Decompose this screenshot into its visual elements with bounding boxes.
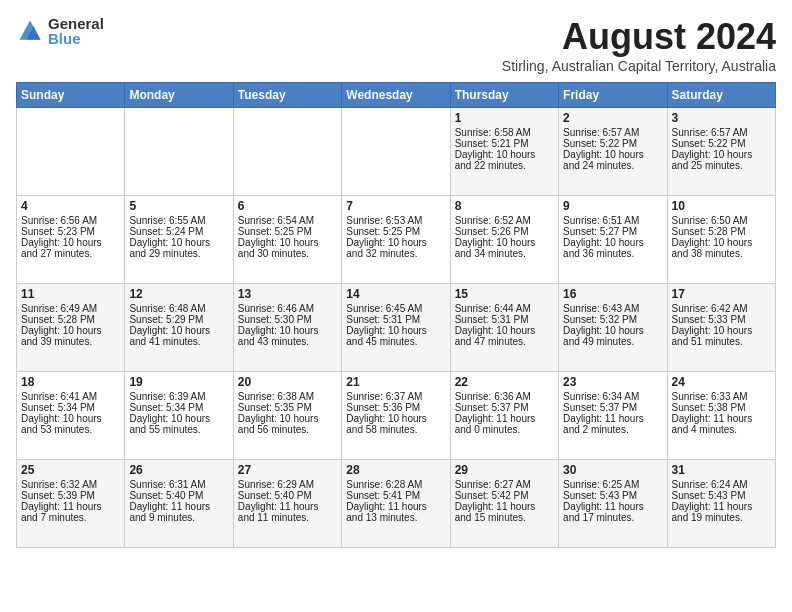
- day-number: 7: [346, 199, 445, 213]
- calendar-week-2: 4Sunrise: 6:56 AMSunset: 5:23 PMDaylight…: [17, 196, 776, 284]
- header-cell-monday: Monday: [125, 83, 233, 108]
- day-info: Sunrise: 6:27 AM: [455, 479, 554, 490]
- day-number: 28: [346, 463, 445, 477]
- day-number: 27: [238, 463, 337, 477]
- day-info: Sunrise: 6:42 AM: [672, 303, 771, 314]
- day-info: Sunrise: 6:51 AM: [563, 215, 662, 226]
- day-number: 14: [346, 287, 445, 301]
- day-info: Sunrise: 6:44 AM: [455, 303, 554, 314]
- day-number: 4: [21, 199, 120, 213]
- day-info: Daylight: 10 hours and 24 minutes.: [563, 149, 662, 171]
- day-info: Sunset: 5:28 PM: [21, 314, 120, 325]
- day-info: Sunrise: 6:41 AM: [21, 391, 120, 402]
- logo: General Blue: [16, 16, 104, 46]
- calendar-body: 1Sunrise: 6:58 AMSunset: 5:21 PMDaylight…: [17, 108, 776, 548]
- day-info: Daylight: 10 hours and 55 minutes.: [129, 413, 228, 435]
- day-info: Daylight: 11 hours and 19 minutes.: [672, 501, 771, 523]
- day-info: Sunset: 5:22 PM: [563, 138, 662, 149]
- day-info: Sunset: 5:30 PM: [238, 314, 337, 325]
- day-info: Daylight: 11 hours and 11 minutes.: [238, 501, 337, 523]
- day-info: Sunset: 5:25 PM: [346, 226, 445, 237]
- calendar-cell: [233, 108, 341, 196]
- day-number: 22: [455, 375, 554, 389]
- day-info: Sunrise: 6:57 AM: [672, 127, 771, 138]
- day-info: Sunset: 5:36 PM: [346, 402, 445, 413]
- calendar-cell: 11Sunrise: 6:49 AMSunset: 5:28 PMDayligh…: [17, 284, 125, 372]
- calendar-cell: 10Sunrise: 6:50 AMSunset: 5:28 PMDayligh…: [667, 196, 775, 284]
- day-number: 13: [238, 287, 337, 301]
- day-info: Sunrise: 6:46 AM: [238, 303, 337, 314]
- day-info: Sunrise: 6:49 AM: [21, 303, 120, 314]
- calendar-cell: 14Sunrise: 6:45 AMSunset: 5:31 PMDayligh…: [342, 284, 450, 372]
- calendar-cell: 12Sunrise: 6:48 AMSunset: 5:29 PMDayligh…: [125, 284, 233, 372]
- day-info: Sunset: 5:29 PM: [129, 314, 228, 325]
- day-info: Sunrise: 6:38 AM: [238, 391, 337, 402]
- day-info: Daylight: 10 hours and 58 minutes.: [346, 413, 445, 435]
- day-info: Sunrise: 6:56 AM: [21, 215, 120, 226]
- calendar-cell: 6Sunrise: 6:54 AMSunset: 5:25 PMDaylight…: [233, 196, 341, 284]
- calendar-week-1: 1Sunrise: 6:58 AMSunset: 5:21 PMDaylight…: [17, 108, 776, 196]
- calendar-cell: 13Sunrise: 6:46 AMSunset: 5:30 PMDayligh…: [233, 284, 341, 372]
- day-info: Daylight: 10 hours and 51 minutes.: [672, 325, 771, 347]
- day-info: Daylight: 10 hours and 22 minutes.: [455, 149, 554, 171]
- day-number: 16: [563, 287, 662, 301]
- calendar-header: SundayMondayTuesdayWednesdayThursdayFrid…: [17, 83, 776, 108]
- day-info: Sunset: 5:26 PM: [455, 226, 554, 237]
- calendar-cell: [17, 108, 125, 196]
- calendar-cell: 21Sunrise: 6:37 AMSunset: 5:36 PMDayligh…: [342, 372, 450, 460]
- day-info: Sunset: 5:23 PM: [21, 226, 120, 237]
- day-info: Sunrise: 6:24 AM: [672, 479, 771, 490]
- day-info: Sunrise: 6:57 AM: [563, 127, 662, 138]
- calendar-week-5: 25Sunrise: 6:32 AMSunset: 5:39 PMDayligh…: [17, 460, 776, 548]
- day-info: Sunset: 5:37 PM: [563, 402, 662, 413]
- day-number: 30: [563, 463, 662, 477]
- calendar-week-3: 11Sunrise: 6:49 AMSunset: 5:28 PMDayligh…: [17, 284, 776, 372]
- calendar-cell: 7Sunrise: 6:53 AMSunset: 5:25 PMDaylight…: [342, 196, 450, 284]
- day-info: Daylight: 11 hours and 0 minutes.: [455, 413, 554, 435]
- calendar-week-4: 18Sunrise: 6:41 AMSunset: 5:34 PMDayligh…: [17, 372, 776, 460]
- header-cell-sunday: Sunday: [17, 83, 125, 108]
- calendar-cell: [125, 108, 233, 196]
- day-number: 21: [346, 375, 445, 389]
- day-info: Daylight: 10 hours and 45 minutes.: [346, 325, 445, 347]
- day-number: 26: [129, 463, 228, 477]
- day-info: Sunrise: 6:39 AM: [129, 391, 228, 402]
- day-info: Sunset: 5:27 PM: [563, 226, 662, 237]
- day-info: Sunrise: 6:48 AM: [129, 303, 228, 314]
- day-number: 24: [672, 375, 771, 389]
- day-info: Sunset: 5:32 PM: [563, 314, 662, 325]
- day-info: Sunset: 5:43 PM: [563, 490, 662, 501]
- day-info: Daylight: 10 hours and 30 minutes.: [238, 237, 337, 259]
- day-info: Sunset: 5:31 PM: [455, 314, 554, 325]
- location-subtitle: Stirling, Australian Capital Territory, …: [502, 58, 776, 74]
- day-info: Sunset: 5:39 PM: [21, 490, 120, 501]
- day-info: Sunrise: 6:32 AM: [21, 479, 120, 490]
- calendar-cell: 31Sunrise: 6:24 AMSunset: 5:43 PMDayligh…: [667, 460, 775, 548]
- day-info: Daylight: 10 hours and 29 minutes.: [129, 237, 228, 259]
- day-info: Sunset: 5:34 PM: [21, 402, 120, 413]
- day-info: Sunset: 5:43 PM: [672, 490, 771, 501]
- day-info: Daylight: 10 hours and 36 minutes.: [563, 237, 662, 259]
- day-info: Daylight: 10 hours and 56 minutes.: [238, 413, 337, 435]
- logo-general-text: General: [48, 16, 104, 31]
- day-number: 5: [129, 199, 228, 213]
- calendar-cell: 1Sunrise: 6:58 AMSunset: 5:21 PMDaylight…: [450, 108, 558, 196]
- day-info: Daylight: 10 hours and 25 minutes.: [672, 149, 771, 171]
- day-info: Daylight: 10 hours and 53 minutes.: [21, 413, 120, 435]
- calendar-cell: 15Sunrise: 6:44 AMSunset: 5:31 PMDayligh…: [450, 284, 558, 372]
- calendar-cell: 30Sunrise: 6:25 AMSunset: 5:43 PMDayligh…: [559, 460, 667, 548]
- day-info: Daylight: 10 hours and 49 minutes.: [563, 325, 662, 347]
- day-info: Sunrise: 6:55 AM: [129, 215, 228, 226]
- calendar-cell: 27Sunrise: 6:29 AMSunset: 5:40 PMDayligh…: [233, 460, 341, 548]
- day-info: Sunset: 5:31 PM: [346, 314, 445, 325]
- day-info: Sunset: 5:42 PM: [455, 490, 554, 501]
- calendar-cell: 19Sunrise: 6:39 AMSunset: 5:34 PMDayligh…: [125, 372, 233, 460]
- day-number: 2: [563, 111, 662, 125]
- day-info: Daylight: 10 hours and 34 minutes.: [455, 237, 554, 259]
- day-info: Sunrise: 6:25 AM: [563, 479, 662, 490]
- day-number: 29: [455, 463, 554, 477]
- day-info: Daylight: 10 hours and 41 minutes.: [129, 325, 228, 347]
- day-info: Sunrise: 6:37 AM: [346, 391, 445, 402]
- day-info: Sunrise: 6:28 AM: [346, 479, 445, 490]
- calendar-table: SundayMondayTuesdayWednesdayThursdayFrid…: [16, 82, 776, 548]
